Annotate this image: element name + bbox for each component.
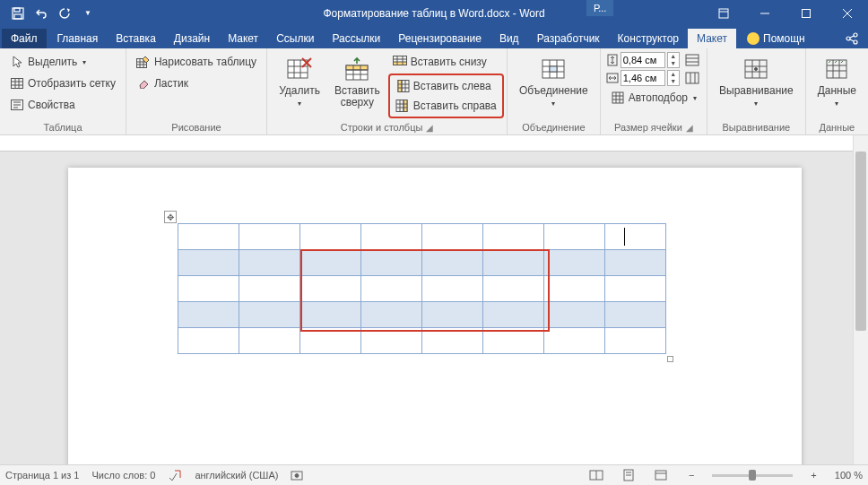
zoom-in-button[interactable]: + [805, 470, 821, 481]
table-cell[interactable] [178, 276, 239, 302]
insert-above-button[interactable]: Вставить сверху [328, 52, 386, 111]
table-cell[interactable] [605, 224, 666, 250]
tab-вид[interactable]: Вид [490, 29, 528, 48]
table-cell[interactable] [178, 224, 239, 250]
ribbon-options-button[interactable] [703, 0, 744, 26]
table-cell[interactable] [361, 328, 422, 354]
maximize-button[interactable] [786, 0, 827, 26]
table-cell[interactable] [605, 328, 666, 354]
table-cell[interactable] [544, 302, 605, 328]
row-height-input[interactable]: ▲▼ [621, 52, 680, 68]
table-cell[interactable] [178, 328, 239, 354]
word-count[interactable]: Число слов: 0 [91, 470, 155, 481]
table-cell[interactable] [605, 302, 666, 328]
zoom-slider[interactable] [712, 474, 793, 477]
share-button[interactable] [836, 29, 868, 48]
draw-table-button[interactable]: Нарисовать таблицу [132, 52, 261, 72]
table-cell[interactable] [483, 328, 544, 354]
view-web-button[interactable] [651, 467, 671, 483]
distribute-cols-icon[interactable] [685, 72, 699, 84]
page-indicator[interactable]: Страница 1 из 1 [5, 470, 79, 481]
table-cell[interactable] [361, 250, 422, 276]
insert-below-button[interactable]: Вставить снизу [388, 52, 504, 72]
spellcheck-icon[interactable] [168, 469, 182, 481]
delete-button[interactable]: Удалить▾ [273, 52, 326, 112]
table-cell[interactable] [178, 302, 239, 328]
minimize-button[interactable] [744, 0, 786, 26]
col-width-input[interactable]: ▲▼ [621, 70, 680, 86]
properties-button[interactable]: Свойства [5, 95, 120, 115]
horizontal-ruler[interactable] [0, 135, 868, 152]
table-cell[interactable] [483, 224, 544, 250]
table-cell[interactable] [422, 276, 483, 302]
table-cell[interactable] [178, 250, 239, 276]
table-cell[interactable] [544, 250, 605, 276]
tab-ссылки[interactable]: Ссылки [267, 29, 323, 48]
tab-главная[interactable]: Главная [48, 29, 108, 48]
tab-file[interactable]: Файл [2, 29, 47, 48]
table-cell[interactable] [483, 276, 544, 302]
table-cell[interactable] [239, 276, 300, 302]
table-cell[interactable] [300, 328, 361, 354]
tab-макет[interactable]: Макет [688, 29, 736, 48]
tab-рецензирование[interactable]: Рецензирование [389, 29, 490, 48]
table-cell[interactable] [605, 250, 666, 276]
distribute-rows-icon[interactable] [685, 54, 699, 66]
language-indicator[interactable]: английский (США) [195, 470, 278, 481]
table-cell[interactable] [300, 302, 361, 328]
save-button[interactable] [7, 3, 29, 24]
table-cell[interactable] [239, 224, 300, 250]
table-cell[interactable] [422, 328, 483, 354]
table-cell[interactable] [361, 276, 422, 302]
table-cell[interactable] [605, 276, 666, 302]
autofit-button[interactable]: Автоподбор▾ [606, 88, 701, 108]
table-cell[interactable] [422, 302, 483, 328]
tab-конструктор[interactable]: Конструктор [609, 29, 688, 48]
alignment-button[interactable]: Выравнивание▾ [713, 52, 800, 112]
zoom-level[interactable]: 100 % [835, 470, 863, 481]
table-resize-handle[interactable] [667, 356, 673, 362]
insert-right-button[interactable]: Вставить справа [391, 96, 501, 116]
macro-record-icon[interactable] [291, 469, 303, 481]
page[interactable]: ✥ [68, 168, 802, 464]
tab-макет[interactable]: Макет [219, 29, 267, 48]
table-cell[interactable] [483, 302, 544, 328]
table-cell[interactable] [483, 250, 544, 276]
table-cell[interactable] [544, 328, 605, 354]
table-cell[interactable] [239, 328, 300, 354]
close-button[interactable] [827, 0, 868, 26]
table-move-handle[interactable]: ✥ [164, 211, 177, 223]
table-cell[interactable] [422, 224, 483, 250]
select-button[interactable]: Выделить▾ [5, 52, 120, 72]
tab-разработчик[interactable]: Разработчик [528, 29, 609, 48]
tab-рассылки[interactable]: Рассылки [323, 29, 389, 48]
undo-button[interactable] [30, 3, 52, 24]
table-cell[interactable] [300, 276, 361, 302]
table-cell[interactable] [300, 224, 361, 250]
table-cell[interactable] [544, 276, 605, 302]
table-cell[interactable] [544, 224, 605, 250]
redo-button[interactable] [54, 3, 75, 24]
scrollbar-thumb[interactable] [855, 152, 866, 331]
qat-customize[interactable]: ▼ [77, 3, 99, 24]
document-area[interactable]: ✥ [0, 152, 853, 464]
table-cell[interactable] [239, 302, 300, 328]
word-table[interactable] [178, 223, 666, 354]
table-cell[interactable] [239, 250, 300, 276]
view-gridlines-button[interactable]: Отобразить сетку [5, 74, 120, 93]
insert-left-button[interactable]: Вставить слева [391, 76, 501, 96]
vertical-scrollbar[interactable] [853, 135, 868, 464]
tell-me[interactable]: Помощн [740, 29, 812, 48]
table-cell[interactable] [422, 250, 483, 276]
table-cell[interactable] [300, 250, 361, 276]
tab-дизайн[interactable]: Дизайн [165, 29, 219, 48]
data-button[interactable]: Данные▾ [812, 52, 863, 112]
eraser-button[interactable]: Ластик [132, 74, 261, 93]
table-cell[interactable] [361, 224, 422, 250]
table-cell[interactable] [361, 302, 422, 328]
view-read-button[interactable] [586, 467, 606, 483]
tab-вставка[interactable]: Вставка [107, 29, 165, 48]
merge-button[interactable]: Объединение▾ [513, 52, 595, 112]
zoom-out-button[interactable]: − [683, 470, 699, 481]
view-print-button[interactable] [619, 467, 638, 483]
